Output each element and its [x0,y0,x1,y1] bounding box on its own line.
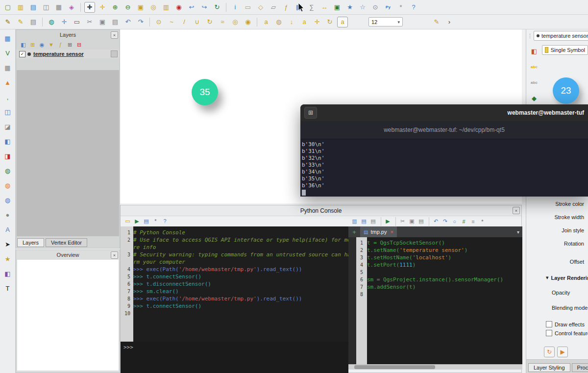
scrollbar-thumb[interactable] [354,365,435,369]
add-postgis-layer-icon[interactable]: ◫ [2,106,13,117]
expand-all-icon[interactable]: ⊞ [66,41,74,49]
select-features-icon[interactable]: ▭ [243,2,253,13]
tab-processing[interactable]: Processing [572,363,588,372]
open-script-icon[interactable]: ▥ [350,217,359,225]
styled-layer-combo[interactable]: temperature sensor [534,31,588,41]
tab-layers[interactable]: Layers [17,238,44,247]
console-input[interactable]: >>> [121,342,348,373]
rotate-label-icon[interactable]: ↻ [324,17,335,27]
help-icon[interactable]: ? [408,2,419,13]
pin-labels-icon[interactable]: ↓ [286,17,297,27]
add-group-icon[interactable]: ⊞ [28,41,37,49]
close-tab-icon[interactable]: × [390,229,393,235]
zoom-to-selection-icon[interactable]: ◎ [148,2,159,13]
vertex-tool-icon[interactable]: ⊙ [153,17,164,27]
pan-to-selection-icon[interactable]: ✛ [97,2,108,13]
add-wcs-layer-icon[interactable]: ◍ [2,195,13,205]
merge-features-icon[interactable]: ∪ [192,17,202,27]
toggle-editing-icon[interactable]: ✎ [15,17,26,27]
save-edits-icon[interactable]: ▤ [28,17,39,27]
terminal-titlebar[interactable]: ⊞ webmaster@webmaster-tuf [300,104,588,121]
layer-labeling-icon[interactable]: a [261,17,271,27]
cut-features-icon[interactable]: ✂ [84,17,95,27]
zoom-to-layer-icon[interactable]: ▥ [161,2,172,13]
add-wms-layer-icon[interactable]: ◍ [2,165,13,176]
measure-icon[interactable]: ↔ [319,2,330,13]
control-feature-checkbox[interactable]: Control feature rendering order [546,330,588,336]
terminal-output[interactable]: b'30\n'b'31\n'b'32\n'b'33\n'b'34\n'b'35\… [300,139,588,198]
editor-code-area[interactable]: 1t = QgsTcpSocketSensor()2t.setName('tem… [348,237,522,364]
close-icon[interactable]: × [111,31,118,39]
clear-console-icon[interactable]: ▭ [123,217,132,225]
favorites-star-icon[interactable]: ★ [2,253,13,264]
python-console-icon[interactable]: Py [383,2,393,13]
run-script-icon[interactable]: ▶ [384,217,392,225]
add-delimited-text-icon[interactable]: , [2,92,13,102]
identify-icon[interactable]: i [230,2,241,13]
symbol-type-combo[interactable]: Single Symbol [542,45,588,55]
project-save-icon[interactable]: ▤ [28,2,39,13]
project-new-icon[interactable]: ▢ [2,2,13,13]
close-icon[interactable]: × [513,207,520,214]
add-feature-icon[interactable]: ◍ [46,17,57,27]
field-calculator-icon[interactable]: ∑ [306,2,317,13]
terminal-window[interactable]: ⊞ webmaster@webmaster-tuf webmaster@webm… [300,104,588,197]
add-ring-icon[interactable]: ◎ [230,17,241,27]
draw-effects-checkbox[interactable]: Draw effects [546,321,588,327]
deselect-icon[interactable]: ▱ [268,2,279,13]
zoom-in-icon[interactable]: ⊕ [110,2,121,13]
add-wfs-layer-icon[interactable]: ◍ [2,180,13,191]
toolbar-overflow-icon[interactable]: › [444,17,455,27]
overview-map-area[interactable] [17,260,119,371]
manage-map-themes-icon[interactable]: ◉ [38,41,46,49]
run-command-icon[interactable]: ▶ [133,217,141,225]
processing-toolbox-icon[interactable]: * [395,2,406,13]
panel-drag-handle[interactable]: ⋮ [527,33,533,39]
add-raster-layer-icon[interactable]: ▦ [2,62,13,73]
undo-icon[interactable]: ↶ [122,17,133,27]
layout-manager-icon[interactable]: ▦ [53,2,64,13]
show-editor-icon[interactable]: ▤ [142,217,150,225]
add-xyz-layer-icon[interactable]: ● [2,209,13,220]
style-manager-icon[interactable]: ◈ [66,2,77,13]
save-script-icon[interactable]: ▤ [360,217,368,225]
paste-features-icon[interactable]: ▤ [110,17,121,27]
reshape-icon[interactable]: ~ [166,17,177,27]
copy-features-icon[interactable]: ▣ [97,17,108,27]
add-part-icon[interactable]: ◉ [243,17,253,27]
console-options-icon[interactable]: * [151,217,160,225]
redo-icon[interactable]: ↷ [441,217,449,225]
attribute-table-icon[interactable]: ▦ [294,2,304,13]
text-format-pencil-icon[interactable]: ✎ [431,17,442,27]
new-bookmark-icon[interactable]: ★ [344,2,355,13]
symbology-icon[interactable]: ◧ [528,45,540,57]
apply-style-button[interactable]: ▶ [557,347,568,357]
temporal-controller-icon[interactable]: ⊙ [370,2,381,13]
select-polygon-icon[interactable]: ◇ [255,2,266,13]
map-tips-icon[interactable]: ▣ [332,2,343,13]
tab-list-icon[interactable]: ▾ [517,229,519,235]
add-mesh-layer-icon[interactable]: ▲ [2,77,13,88]
checkbox[interactable] [546,330,552,336]
tab-vertex-editor[interactable]: Vertex Editor [46,238,87,247]
new-print-layout-icon[interactable]: ◫ [41,2,51,13]
console-help-icon[interactable]: ? [161,217,169,225]
move-label-icon[interactable]: ✛ [312,17,322,27]
simplify-feature-icon[interactable]: ≈ [217,17,228,27]
layer-rendering-header[interactable]: ▾ Layer Rendering [546,274,588,281]
refresh-map-icon[interactable]: ↻ [212,2,222,13]
split-features-icon[interactable]: / [179,17,190,27]
layer-visibility-checkbox[interactable]: ✓ [19,51,25,57]
cut-icon[interactable]: ✂ [398,217,407,225]
filter-legend-icon[interactable]: ▼ [47,41,55,49]
highlight-pinned-labels-icon[interactable]: a [299,17,310,27]
select-arrow-icon[interactable]: ➤ [2,239,13,249]
new-tab-button[interactable]: ⊞ [304,107,317,119]
tab-layer-styling[interactable]: Layer Styling [528,363,570,372]
pan-map-icon[interactable]: ✚ [84,2,95,13]
add-script-icon[interactable]: + [350,228,358,236]
zoom-last-icon[interactable]: ↩ [186,2,197,13]
select-expression-icon[interactable]: ƒ [281,2,292,13]
current-edits-icon[interactable]: ✎ [2,17,13,27]
move-feature-icon[interactable]: ✛ [59,17,70,27]
